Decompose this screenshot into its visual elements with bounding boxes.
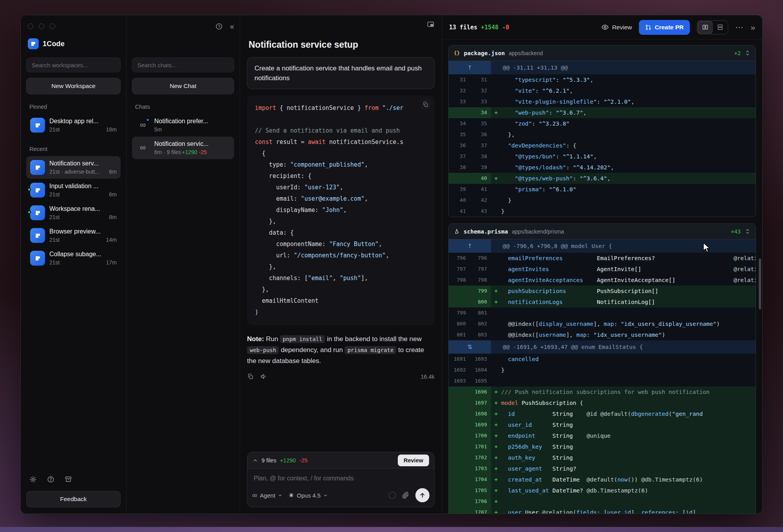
recent-section-label: Recent — [29, 146, 117, 152]
new-line-number: 34 — [470, 107, 491, 118]
help-button[interactable] — [47, 476, 54, 483]
code-line: }, — [255, 284, 427, 295]
open-preview-button[interactable] — [427, 20, 435, 28]
workspace-item[interactable]: Input validation ...21st6m — [26, 179, 121, 201]
diff-code: "@types/bun": "^1.1.14", — [501, 151, 756, 162]
sidebar-footer: Feedback — [26, 473, 121, 507]
review-changes-button[interactable]: Review — [601, 23, 632, 31]
agent-mode-selector[interactable]: ∞ Agent — [252, 491, 282, 500]
diff-file-header[interactable]: schema.prismaapps/backend/prisma+43 — [449, 224, 756, 239]
diff-code: }, — [501, 129, 756, 140]
agent-mode-label: Agent — [260, 492, 275, 499]
diff-added-count: +1548 — [481, 24, 498, 31]
code-line — [255, 114, 427, 125]
collapse-file-button[interactable] — [745, 50, 751, 56]
unfold-icon — [745, 50, 751, 56]
scrollbar-thumb[interactable] — [759, 259, 761, 309]
review-label: Review — [612, 24, 632, 31]
diff-sign — [491, 253, 501, 264]
create-pr-button[interactable]: Create PR — [639, 20, 690, 35]
workspace-item-subtitle: 21st — [49, 259, 60, 266]
old-line-number: 33 — [449, 96, 470, 107]
workspace-item[interactable]: Collapse subage...21st17m — [26, 247, 121, 270]
diff-line: 3536 }, — [449, 129, 756, 140]
diff-sign: + — [491, 286, 501, 297]
close-window-button[interactable] — [28, 23, 33, 29]
workspace-search-input[interactable] — [26, 58, 121, 72]
app-brand: 1Code — [28, 38, 119, 50]
old-line-number: 796 — [449, 253, 470, 264]
feedback-button[interactable]: Feedback — [26, 491, 121, 507]
diff-code: last_used_at DateTime? @db.Timestamptz(6… — [501, 485, 756, 496]
workspace-item[interactable]: Notification serv...21st · adverse-butt.… — [26, 156, 121, 179]
diff-line: 1698+ id String @id @default(dbgenerated… — [449, 408, 756, 419]
unified-view-button[interactable] — [713, 21, 727, 34]
diff-removed-count: -0 — [502, 24, 509, 31]
new-line-number: 799 — [470, 286, 491, 297]
copy-message-button[interactable] — [247, 373, 254, 380]
new-line-number: 40 — [470, 173, 491, 184]
new-line-number: 1705 — [470, 485, 491, 496]
diff-code: @@index([display_username], map: "idx_us… — [501, 318, 756, 329]
diff-file-header[interactable]: {}package.jsonapps/backend+2 — [449, 45, 756, 61]
diff-code: user_agent String? — [501, 463, 756, 474]
expand-hunk-button[interactable]: ↑ — [449, 239, 491, 253]
review-button[interactable]: Review — [398, 455, 429, 466]
assistant-note: Note: Run pnpm install in the backend to… — [247, 334, 435, 367]
code-line: { — [255, 148, 427, 159]
spark-icon — [289, 492, 294, 498]
workspace-item[interactable]: Workspace rena...21st8m — [26, 201, 121, 224]
new-chat-button[interactable]: New Chat — [132, 78, 234, 94]
code-line: ) — [255, 307, 427, 318]
old-line-number: 38 — [449, 162, 470, 173]
diff-sign: + — [491, 463, 501, 474]
expand-hunk-button[interactable]: ↑ — [449, 61, 491, 74]
model-selector[interactable]: Opus 4.5 — [289, 492, 328, 499]
zoom-window-button[interactable] — [50, 23, 55, 29]
expand-hunk-button[interactable]: ⇅ — [449, 340, 491, 354]
collapse-sidebar-button[interactable]: « — [230, 22, 234, 30]
eye-icon — [601, 23, 609, 31]
copy-code-button[interactable] — [420, 99, 431, 110]
attach-file-button[interactable] — [402, 492, 409, 499]
collapse-panel-button[interactable]: » — [751, 23, 755, 31]
changed-files-bar[interactable]: 9 files +1290 -25 Review — [247, 452, 434, 469]
diff-code: "devDependencies": { — [501, 140, 756, 151]
workspace-item-subtitle: 21st — [49, 126, 60, 133]
chat-search-input[interactable] — [132, 58, 234, 72]
chat-item[interactable]: ∞Notification prefer...5m — [132, 114, 234, 137]
code-line: userId: "user-123", — [255, 182, 427, 193]
workspace-logo-icon — [34, 210, 41, 216]
minimize-window-button[interactable] — [39, 23, 44, 29]
workspace-item[interactable]: Browser preview...21st14m — [26, 224, 121, 247]
new-line-number: 801 — [470, 307, 491, 318]
workspace-item[interactable]: Desktop app rel...21st18m — [26, 114, 121, 137]
archive-button[interactable] — [65, 476, 72, 483]
diff-file-added-count: +43 — [731, 228, 741, 235]
new-workspace-button[interactable]: New Workspace — [26, 78, 121, 94]
code-line: const result = await notificationService… — [255, 137, 427, 148]
new-line-number: 798 — [470, 275, 491, 286]
mouse-cursor — [702, 242, 713, 253]
more-options-button[interactable]: ⋯ — [735, 23, 743, 31]
added-lines-count: +1290 — [280, 457, 296, 464]
diff-code: /// Push notification subscriptions for … — [501, 386, 756, 397]
removed-lines-count: -25 — [299, 457, 308, 464]
user-message: Create a notification service that handl… — [247, 57, 435, 89]
app-window: 1Code New Workspace Pinned Desktop app r… — [20, 15, 763, 514]
diff-line: 799+ pushSubscriptions PushSubscription[… — [449, 286, 756, 297]
message-input[interactable] — [247, 469, 434, 484]
code-line: data: { — [255, 227, 427, 239]
history-button[interactable] — [215, 23, 223, 30]
chevron-down-icon — [323, 493, 328, 498]
split-view-button[interactable] — [698, 21, 713, 34]
send-message-button[interactable] — [415, 488, 429, 502]
workspace-sidebar: 1Code New Workspace Pinned Desktop app r… — [21, 15, 126, 514]
context-usage-button[interactable] — [389, 492, 396, 499]
help-icon — [47, 476, 54, 483]
copy-icon — [247, 373, 254, 380]
read-aloud-button[interactable] — [260, 373, 267, 380]
chat-item[interactable]: ∞Notification servic...6m · 9 files +129… — [132, 137, 234, 159]
collapse-file-button[interactable] — [745, 228, 751, 234]
settings-button[interactable] — [29, 476, 37, 483]
